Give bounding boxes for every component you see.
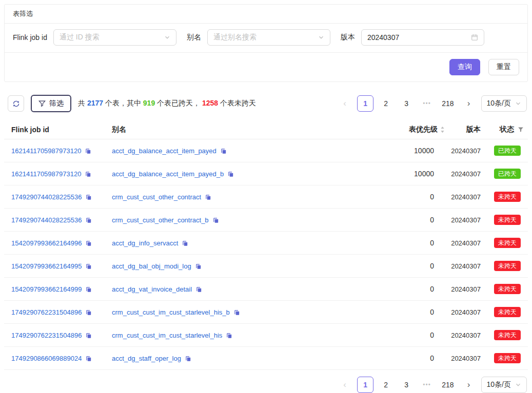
priority-value: 0 [336, 354, 448, 362]
filter-row: Flink job id 通过 ID 搜索 别名 通过别名搜索 版本 20240… [5, 24, 527, 52]
priority-value: 10000 [336, 170, 448, 178]
version-value: 20240307 [448, 216, 481, 224]
copy-icon[interactable] [226, 332, 232, 339]
status-badge: 未跨天 [494, 307, 521, 317]
version-date-value: 20240307 [367, 33, 399, 42]
copy-icon[interactable] [85, 263, 92, 270]
reset-button[interactable]: 重置 [488, 59, 519, 75]
page-1-button[interactable]: 1 [357, 95, 373, 112]
filter-button[interactable]: 筛选 [31, 95, 71, 112]
copy-icon[interactable] [85, 309, 92, 316]
copy-icon[interactable] [195, 263, 202, 270]
priority-value: 0 [336, 239, 448, 247]
copy-icon[interactable] [85, 217, 92, 223]
table-row: 1749290762231504896 crm_cust_cust_im_cus… [4, 301, 528, 324]
alias-link[interactable]: acct_dg_vat_invoice_detail [112, 285, 192, 293]
alias-link[interactable]: acct_dg_info_servacct [112, 239, 178, 247]
prev-page-button[interactable]: ‹ [337, 95, 353, 112]
flink-job-id-link[interactable]: 1749290866069889024 [11, 355, 82, 362]
page-3-button[interactable]: 3 [398, 377, 415, 393]
next-page-button[interactable]: › [461, 377, 477, 393]
copy-icon[interactable] [85, 171, 91, 177]
chevron-down-icon [318, 34, 324, 40]
status-badge: 未跨天 [494, 330, 521, 340]
alias-link[interactable]: acct_dg_bal_obj_modi_log [112, 262, 191, 270]
summary-text: 共 2177 个表，其中 919 个表已跨天， 1258 个表未跨天 [78, 99, 256, 108]
flink-job-id-placeholder: 通过 ID 搜索 [60, 33, 100, 42]
flink-job-id-link[interactable]: 1749290762231504896 [11, 308, 82, 316]
page-jump-ellipsis[interactable]: ••• [419, 377, 435, 393]
version-value: 20240307 [448, 308, 481, 316]
table-row: 1542097993662164995 acct_dg_bal_obj_modi… [4, 255, 528, 278]
page-3-button[interactable]: 3 [398, 95, 415, 112]
alias-link[interactable]: acct_dg_balance_acct_item_payed [112, 147, 216, 155]
page-size-select[interactable]: 10条/页 [481, 377, 527, 393]
flink-job-id-select[interactable]: 通过 ID 搜索 [53, 29, 176, 46]
page-size-value: 10条/页 [487, 380, 511, 389]
page-2-button[interactable]: 2 [378, 377, 394, 393]
table-header-row: Flink job id 别名 表优先级 版本 状态 [4, 120, 528, 139]
copy-icon[interactable] [85, 355, 92, 362]
table-row: 1749290762231504896 crm_cust_cust_im_cus… [4, 324, 528, 347]
page-jump-ellipsis[interactable]: ••• [419, 95, 435, 112]
prev-page-button[interactable]: ‹ [337, 377, 353, 393]
alias-link[interactable]: crm_cust_cust_im_cust_starlevel_his [112, 332, 222, 339]
sort-icon[interactable] [440, 126, 445, 133]
table-row: 1621411705987973120 acct_dg_balance_acct… [4, 139, 528, 162]
page-size-select[interactable]: 10条/页 [481, 95, 527, 112]
flink-job-id-link[interactable]: 1542097993662164995 [11, 262, 82, 270]
copy-icon[interactable] [227, 171, 234, 177]
page-2-button[interactable]: 2 [378, 95, 394, 112]
copy-icon[interactable] [212, 217, 219, 223]
flink-job-id-link[interactable]: 1749290744028225536 [11, 193, 82, 201]
priority-value: 0 [336, 308, 448, 316]
flink-job-id-link[interactable]: 1749290744028225536 [11, 216, 82, 224]
table-row: 1621411705987973120 acct_dg_balance_acct… [4, 162, 528, 185]
flink-job-id-link[interactable]: 1542097993662164999 [11, 285, 82, 293]
refresh-button[interactable] [8, 95, 24, 112]
version-date-input[interactable]: 20240307 [361, 29, 484, 46]
chevron-down-icon [515, 100, 521, 107]
filter-actions: 查询 重置 [5, 53, 527, 81]
flink-job-id-link[interactable]: 1621411705987973120 [11, 170, 81, 178]
page-last-button[interactable]: 218 [439, 95, 456, 112]
copy-icon[interactable] [195, 286, 202, 293]
copy-icon[interactable] [233, 309, 240, 316]
copy-icon[interactable] [185, 355, 191, 362]
priority-value: 0 [336, 331, 448, 339]
priority-value: 0 [336, 216, 448, 224]
alias-select[interactable]: 通过别名搜索 [207, 29, 330, 46]
alias-link[interactable]: crm_cust_cust_other_contract [112, 193, 201, 201]
alias-link[interactable]: acct_dg_staff_oper_log [112, 355, 181, 362]
copy-icon[interactable] [85, 240, 92, 246]
header-version: 版本 [448, 125, 481, 134]
table-toolbar: 筛选 共 2177 个表，其中 919 个表已跨天， 1258 个表未跨天 ‹ … [8, 95, 527, 112]
version-value: 20240307 [448, 285, 481, 293]
table-row: 1749290744028225536 crm_cust_cust_other_… [4, 185, 528, 209]
total-count: 2177 [87, 99, 103, 107]
page-last-button[interactable]: 218 [439, 377, 456, 393]
alias-link[interactable]: acct_dg_balance_acct_item_payed_b [112, 170, 224, 178]
filter-card-title: 表筛选 [5, 5, 527, 24]
copy-icon[interactable] [85, 286, 92, 293]
page-size-value: 10条/页 [487, 99, 511, 108]
chevron-down-icon [515, 382, 521, 388]
copy-icon[interactable] [85, 332, 92, 339]
header-status: 状态 [481, 125, 528, 134]
flink-job-id-link[interactable]: 1542097993662164996 [11, 239, 82, 247]
status-badge: 未跨天 [494, 215, 521, 225]
copy-icon[interactable] [85, 148, 91, 154]
page-1-button[interactable]: 1 [357, 377, 373, 393]
next-page-button[interactable]: › [461, 95, 477, 112]
query-button[interactable]: 查询 [449, 59, 480, 75]
alias-link[interactable]: crm_cust_cust_other_contract_b [112, 216, 209, 224]
copy-icon[interactable] [220, 148, 227, 154]
status-filter-icon[interactable] [518, 127, 524, 133]
flink-job-id-link[interactable]: 1621411705987973120 [11, 147, 81, 155]
flink-job-id-link[interactable]: 1749290762231504896 [11, 332, 82, 339]
copy-icon[interactable] [85, 194, 92, 200]
alias-link[interactable]: crm_cust_cust_im_cust_starlevel_his_b [112, 308, 230, 316]
filter-button-label: 筛选 [49, 99, 64, 108]
copy-icon[interactable] [182, 240, 188, 246]
copy-icon[interactable] [205, 194, 211, 200]
